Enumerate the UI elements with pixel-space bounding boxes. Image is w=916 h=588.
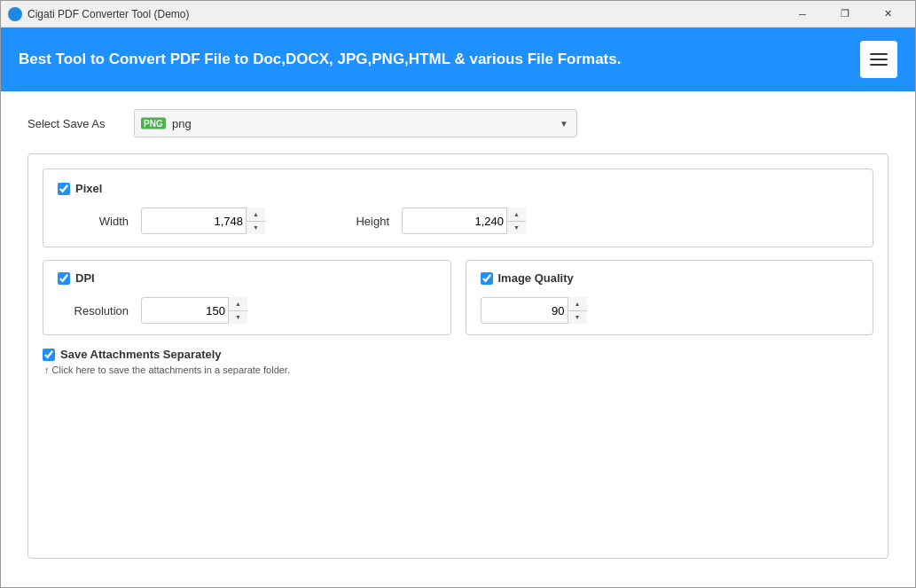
quality-decrement-button[interactable]: ▼ xyxy=(568,311,587,325)
resolution-decrement-button[interactable]: ▼ xyxy=(229,311,247,325)
hamburger-menu-button[interactable] xyxy=(860,41,897,78)
pixel-section: Pixel Width ▲ ▼ Height xyxy=(43,169,873,247)
bottom-sections: DPI Resolution ▲ ▼ Ima xyxy=(43,260,873,335)
resolution-field: Resolution ▲ ▼ xyxy=(58,297,436,324)
quality-spinbox: ▲ ▼ xyxy=(481,297,587,324)
select-save-as-label: Select Save As xyxy=(27,117,116,130)
header-banner: Best Tool to Convert PDF File to Doc,DOC… xyxy=(1,27,915,91)
width-label: Width xyxy=(58,215,129,228)
window-controls: ─ ❐ ✕ xyxy=(782,1,908,27)
image-quality-label: Image Quality xyxy=(498,271,574,285)
height-field: Height ▲ ▼ xyxy=(318,208,526,234)
pixel-checkbox[interactable] xyxy=(58,183,70,195)
pixel-label: Pixel xyxy=(75,182,102,195)
hamburger-line-2 xyxy=(870,59,888,60)
pixel-fields: Width ▲ ▼ Height ▲ xyxy=(58,208,858,234)
resolution-label: Resolution xyxy=(58,304,129,318)
pixel-section-header: Pixel xyxy=(58,182,858,195)
minimize-button[interactable]: ─ xyxy=(782,1,823,27)
image-quality-checkbox[interactable] xyxy=(481,272,493,285)
dpi-label: DPI xyxy=(75,271,95,285)
options-box: Pixel Width ▲ ▼ Height xyxy=(27,153,889,559)
height-decrement-button[interactable]: ▼ xyxy=(507,222,526,235)
hamburger-line-3 xyxy=(870,64,888,66)
close-button[interactable]: ✕ xyxy=(867,1,908,27)
dpi-section-header: DPI xyxy=(58,271,436,285)
save-attachments-checkbox[interactable] xyxy=(43,349,55,361)
height-increment-button[interactable]: ▲ xyxy=(507,208,526,222)
save-attachments-label: Save Attachments Separately xyxy=(60,348,222,361)
width-increment-button[interactable]: ▲ xyxy=(247,208,265,222)
dpi-checkbox[interactable] xyxy=(58,272,70,285)
resolution-spinbox: ▲ ▼ xyxy=(141,297,247,324)
height-spinbox: ▲ ▼ xyxy=(402,208,526,234)
restore-button[interactable]: ❐ xyxy=(825,1,865,27)
save-attachments-hint: ↑ Click here to save the attachments in … xyxy=(44,365,873,375)
width-field: Width ▲ ▼ xyxy=(58,208,265,234)
image-quality-section: Image Quality ▲ ▼ xyxy=(466,260,874,335)
resolution-increment-button[interactable]: ▲ xyxy=(229,297,247,311)
hamburger-line-1 xyxy=(870,53,888,55)
save-attachments-row: Save Attachments Separately xyxy=(43,348,873,361)
select-save-as-row: Select Save As PNG png jpg doc docx html… xyxy=(27,109,889,137)
resolution-spinbox-buttons: ▲ ▼ xyxy=(228,297,247,324)
dpi-section: DPI Resolution ▲ ▼ xyxy=(43,260,451,335)
image-quality-header: Image Quality xyxy=(481,271,859,285)
quality-increment-button[interactable]: ▲ xyxy=(568,297,587,311)
title-bar: Cigati PDF Converter Tool (Demo) ─ ❐ ✕ xyxy=(1,1,915,27)
app-icon xyxy=(8,7,22,21)
format-select-container: PNG png jpg doc docx html text ▼ xyxy=(134,109,577,137)
format-select[interactable]: png jpg doc docx html text xyxy=(134,109,577,137)
height-spinbox-buttons: ▲ ▼ xyxy=(506,208,526,234)
width-decrement-button[interactable]: ▼ xyxy=(247,222,265,235)
main-content: Select Save As PNG png jpg doc docx html… xyxy=(1,91,915,588)
header-title: Best Tool to Convert PDF File to Doc,DOC… xyxy=(19,51,860,68)
quality-field: ▲ ▼ xyxy=(481,297,859,324)
window-title: Cigati PDF Converter Tool (Demo) xyxy=(27,8,782,20)
width-spinbox-buttons: ▲ ▼ xyxy=(246,208,265,234)
quality-spinbox-buttons: ▲ ▼ xyxy=(568,297,587,324)
save-attachments-container: Save Attachments Separately ↑ Click here… xyxy=(43,348,873,375)
height-label: Height xyxy=(318,215,389,228)
width-spinbox: ▲ ▼ xyxy=(141,208,265,234)
